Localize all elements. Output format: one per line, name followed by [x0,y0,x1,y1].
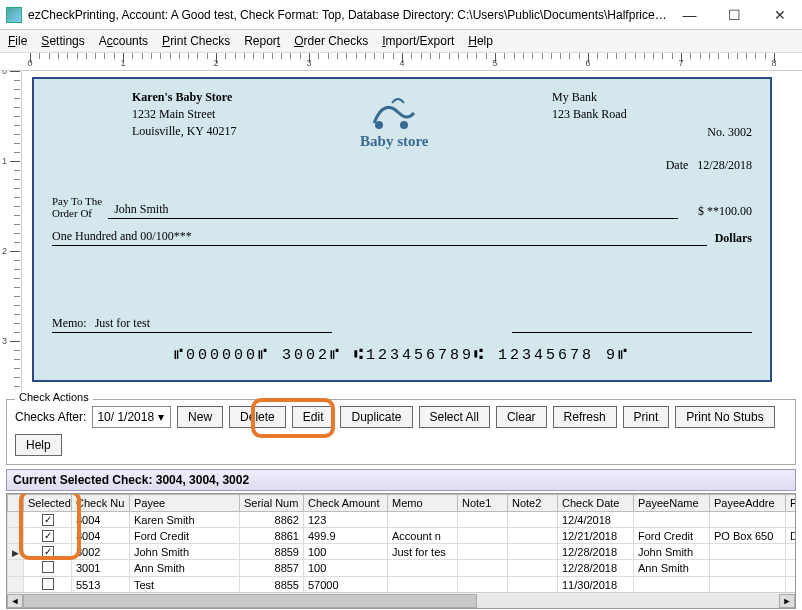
row-header [8,577,24,594]
sender-address-2: Louisville, KY 40217 [132,123,237,140]
check-actions-group: Check Actions Checks After: 10/ 1/2018 ▾… [6,399,796,465]
current-selected-line: Current Selected Check: 3004, 3004, 3002 [6,469,796,491]
table-row[interactable]: 5513Test88555700011/30/2018 [8,577,797,594]
col-p[interactable]: P [786,495,797,512]
duplicate-button[interactable]: Duplicate [340,406,412,428]
print-button[interactable]: Print [623,406,670,428]
baby-logo-icon [364,93,424,133]
written-amount: One Hundred and 00/100*** [52,229,707,246]
col-selected[interactable]: Selected [24,495,72,512]
micr-line: ⑈000000⑈ 3002⑈ ⑆123456789⑆ 12345678 9⑈ [52,347,752,364]
svg-point-0 [375,121,383,129]
menu-help[interactable]: Help [468,34,493,48]
memo-text: Just for test [95,316,150,331]
check-preview: Karen's Baby Store 1232 Main Street Loui… [32,77,772,382]
checks-after-date-input[interactable]: 10/ 1/2018 ▾ [92,406,171,428]
horizontal-scrollbar[interactable]: ◄ ► [7,592,795,608]
menu-print-checks[interactable]: Print Checks [162,34,230,48]
check-logo: Baby store [334,93,454,173]
row-header [8,512,24,528]
maximize-button[interactable]: ☐ [712,0,757,30]
bank-address: 123 Bank Road [552,106,752,123]
checks-grid[interactable]: Selected Check Nu Payee Serial Num Check… [6,493,796,609]
app-icon [6,7,22,23]
horizontal-ruler: 012345678 [0,53,802,71]
col-serial[interactable]: Serial Num [240,495,304,512]
table-row[interactable]: 3001Ann Smith885710012/28/2018Ann Smith [8,560,797,577]
memo-label: Memo: [52,316,87,331]
select-all-button[interactable]: Select All [419,406,490,428]
col-check-nu[interactable]: Check Nu [72,495,130,512]
checks-after-date-value: 10/ 1/2018 [97,410,154,424]
logo-text: Baby store [360,133,428,150]
window-titlebar: ezCheckPrinting, Account: A Good test, C… [0,0,802,30]
vertical-ruler: 0123 [0,71,22,391]
col-note2[interactable]: Note2 [508,495,558,512]
row-selected-checkbox[interactable]: ✓ [42,514,54,526]
row-header [8,528,24,544]
grid-header-row: Selected Check Nu Payee Serial Num Check… [8,495,797,512]
sender-name: Karen's Baby Store [132,89,237,106]
checks-after-label: Checks After: [15,410,86,424]
check-amount: $ **100.00 [698,204,752,219]
print-no-stubs-button[interactable]: Print No Stubs [675,406,774,428]
menu-accounts[interactable]: Accounts [99,34,148,48]
check-date-block: Date 12/28/2018 [552,158,752,173]
table-row[interactable]: ✓3004Karen Smith886212312/4/2018 [8,512,797,528]
col-payee[interactable]: Payee [130,495,240,512]
new-button[interactable]: New [177,406,223,428]
close-button[interactable]: ✕ [757,0,802,30]
col-check-date[interactable]: Check Date [558,495,634,512]
table-row[interactable]: ▶✓3002John Smith8859100Just for tes12/28… [8,544,797,560]
menu-report[interactable]: Report [244,34,280,48]
col-memo[interactable]: Memo [388,495,458,512]
col-payee-name[interactable]: PayeeName [634,495,710,512]
sender-block: Karen's Baby Store 1232 Main Street Loui… [132,89,237,173]
menu-settings[interactable]: Settings [41,34,84,48]
menu-order-checks[interactable]: Order Checks [294,34,368,48]
help-button[interactable]: Help [15,434,62,456]
row-header [8,560,24,577]
bank-name: My Bank [552,89,752,106]
table-row[interactable]: ✓3004Ford Credit8861499.9Account n12/21/… [8,528,797,544]
sender-address-1: 1232 Main Street [132,106,237,123]
check-preview-area: 0123 Karen's Baby Store 1232 Main Street… [0,71,802,391]
minimize-button[interactable]: — [667,0,712,30]
dollars-label: Dollars [715,231,752,246]
check-date: 12/28/2018 [697,158,752,172]
refresh-button[interactable]: Refresh [553,406,617,428]
col-note1[interactable]: Note1 [458,495,508,512]
signature-line [512,319,752,333]
check-number-block: No. 3002 [552,125,752,140]
bank-block: My Bank 123 Bank Road [552,89,752,123]
date-dropdown-icon[interactable]: ▾ [154,410,168,424]
window-title: ezCheckPrinting, Account: A Good test, C… [28,8,667,22]
col-payee-addr[interactable]: PayeeAddre [710,495,786,512]
payee-name: John Smith [108,202,678,219]
pay-to-label: Pay To The Order Of [52,195,102,219]
row-selected-checkbox[interactable] [42,578,54,590]
menu-import-export[interactable]: Import/Export [382,34,454,48]
menu-file[interactable]: File [8,34,27,48]
menu-bar: File Settings Accounts Print Checks Repo… [0,30,802,53]
clear-button[interactable]: Clear [496,406,547,428]
actions-legend: Check Actions [15,391,93,403]
check-number: 3002 [728,125,752,139]
row-selected-checkbox[interactable]: ✓ [42,530,54,542]
scroll-right-icon[interactable]: ► [779,594,795,608]
row-header: ▶ [8,544,24,560]
edit-button[interactable]: Edit [292,406,335,428]
col-amount[interactable]: Check Amount [304,495,388,512]
svg-point-1 [400,121,408,129]
row-selected-checkbox[interactable]: ✓ [42,546,54,558]
scroll-left-icon[interactable]: ◄ [7,594,23,608]
row-selected-checkbox[interactable] [42,561,54,573]
scroll-thumb[interactable] [23,594,477,608]
delete-button[interactable]: Delete [229,406,286,428]
